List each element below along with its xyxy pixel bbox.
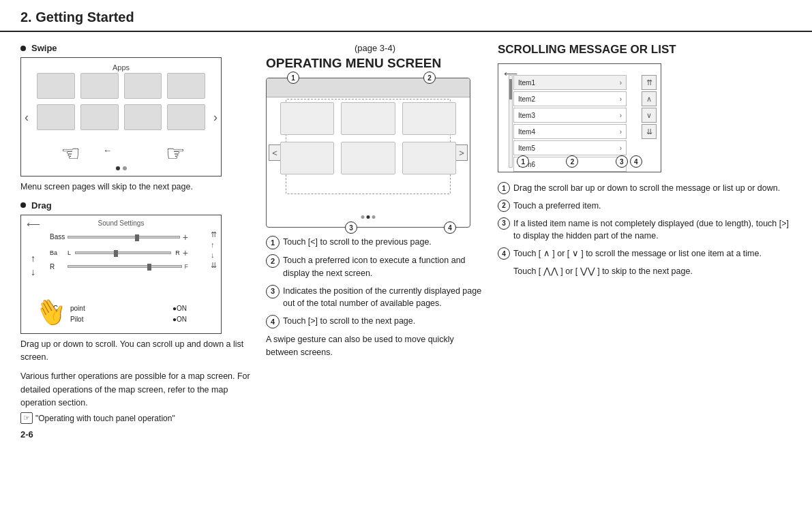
chevron-right-5: › [620, 144, 622, 152]
drag-caption: Drag up or down to scroll. You can scrol… [20, 338, 252, 364]
chevron-right-3: › [620, 112, 622, 119]
right-step-num-3: 3 [498, 217, 510, 230]
step-text-3: Indicates the position of the currently … [283, 285, 484, 311]
list-item-1[interactable]: Item1 › [513, 75, 627, 90]
swipe-direction-arrow: ← [103, 145, 112, 155]
list-item-5[interactable]: Item5 › [513, 140, 627, 155]
op-left-button[interactable]: < [269, 144, 281, 161]
swipe-icon-4 [167, 73, 205, 99]
right-step-2: 2 Touch a preferred item. [498, 200, 792, 213]
callout-4: 4 [444, 221, 456, 234]
right-arrow-icon: › [213, 110, 217, 124]
callout-3: 3 [345, 221, 357, 234]
swipe-caption: Menu screen pages will skip to the next … [20, 181, 252, 194]
right-step-text-4: Touch [ ∧ ] or [ ∨ ] to scroll the messa… [513, 247, 792, 260]
step-text-1: Touch [<] to scroll to the previous page… [283, 236, 432, 249]
chevron-right-2: › [620, 95, 622, 103]
right-step-num-1: 1 [498, 182, 510, 194]
scroll-right-buttons: ⇈ ∧ ∨ ⇊ [642, 75, 657, 139]
right-step-num-2: 2 [498, 200, 510, 212]
left-arrow-icon: ‹ [25, 110, 29, 124]
swipe-icon-5 [37, 104, 75, 130]
dot-indicator [116, 166, 127, 170]
op-right-button[interactable]: > [455, 144, 468, 161]
op-icon-4 [280, 142, 334, 174]
right-step-3: 3 If a listed item name is not completel… [498, 217, 792, 243]
scroll-diagram: ⟵ Item1 › Item2 › Item3 › [498, 63, 661, 172]
dot-2 [123, 166, 127, 170]
op-icon-2 [341, 102, 395, 135]
back-icon: ⟵ [27, 219, 40, 230]
chevron-right-1: › [620, 79, 622, 87]
left-column: Swipe Apps ‹ › ☞ ☞ [20, 43, 252, 509]
swipe-icon-7 [124, 104, 162, 130]
op-dot-1 [361, 215, 365, 219]
scroll-top-btn[interactable]: ⇈ [642, 75, 657, 90]
chevron-right-4: › [620, 128, 622, 136]
right-column: SCROLLING MESSAGE OR LIST ⟵ Item1 › Item… [498, 43, 792, 509]
page-title: 2. Getting Started [20, 10, 134, 25]
drag-down-arrow-icon: ↓ [31, 266, 35, 277]
op-dot-2 [367, 215, 370, 219]
op-icon-grid [280, 102, 456, 174]
ref-line: ☞ "Operating with touch panel operation" [20, 412, 252, 424]
right-steps: 1 Drag the scroll bar up or down to scro… [498, 182, 792, 278]
right-step-4b: Touch [ ⋀⋀ ] or [ ⋁⋁ ] to skip to the ne… [513, 265, 792, 278]
step-num-1: 1 [266, 236, 280, 249]
list-item-2[interactable]: Item2 › [513, 91, 627, 106]
apps-label: Apps [112, 63, 130, 72]
mid-steps: 1 Touch [<] to scroll to the previous pa… [266, 236, 484, 328]
op-icon-3 [402, 102, 456, 135]
middle-column: (page 3-4) OPERATING MENU SCREEN < > [266, 43, 484, 509]
swipe-icon-3 [124, 73, 162, 99]
right-step-text-1: Drag the scroll bar up or down to scroll… [513, 182, 792, 195]
right-step-4: 4 Touch [ ∧ ] or [ ∨ ] to scroll the mes… [498, 247, 792, 260]
scroll-bar-thumb[interactable] [509, 79, 512, 99]
scroll-callout-34: 3 4 [616, 155, 642, 168]
drag-label: Drag [20, 200, 252, 211]
swipe-icon-6 [80, 104, 119, 130]
swipe-diagram: Apps ‹ › ☞ ☞ ← [20, 57, 222, 176]
step-3: 3 Indicates the position of the currentl… [266, 285, 484, 311]
right-step-text-3: If a listed item name is not completely … [513, 217, 792, 243]
drag-scroll-arrows: ⇈ ↑ ↓ ⇊ [211, 230, 217, 271]
scroll-bottom-btn[interactable]: ⇊ [642, 124, 657, 139]
bottom-note: Various further operations are possible … [20, 370, 252, 410]
step-num-3: 3 [266, 285, 280, 298]
page-number: 2-6 [20, 429, 252, 440]
step-1: 1 Touch [<] to scroll to the previous pa… [266, 236, 484, 249]
drag-section: Drag ⟵ Sound Settings Bass + Ba [20, 200, 252, 364]
op-icon-6 [402, 142, 456, 174]
bullet-dot [20, 46, 26, 51]
step-4: 4 Touch [>] to scroll to the next page. [266, 315, 484, 328]
drag-up-arrow-icon: ↑ [31, 253, 35, 264]
left-hand-icon: ☞ [61, 140, 80, 166]
step-2: 2 Touch a preferred icon to execute a fu… [266, 254, 484, 280]
list-item-4[interactable]: Item4 › [513, 124, 627, 139]
list-item-3[interactable]: Item3 › [513, 108, 627, 123]
step-num-2: 2 [266, 254, 280, 268]
swipe-icon-8 [167, 104, 205, 130]
scroll-section-title: SCROLLING MESSAGE OR LIST [498, 43, 792, 57]
scroll-down-btn[interactable]: ∨ [642, 108, 657, 123]
scroll-callout-4: 4 [630, 155, 642, 168]
operating-menu-title: OPERATING MENU SCREEN [266, 56, 484, 71]
swipe-section: Swipe Apps ‹ › ☞ ☞ [20, 43, 252, 194]
swipe-note: A swipe gesture can also be used to move… [266, 333, 484, 359]
scroll-callout-2: 2 [566, 155, 578, 168]
scroll-callout-1: 1 [517, 155, 529, 168]
page-ref: (page 3-4) [266, 43, 484, 53]
callout-1: 1 [287, 72, 299, 84]
swipe-label: Swipe [20, 43, 252, 53]
op-icon-1 [280, 102, 334, 135]
callout-2: 2 [423, 72, 436, 84]
step-num-4: 4 [266, 315, 280, 328]
step-text-2: Touch a preferred icon to execute a func… [283, 254, 484, 280]
main-content: Swipe Apps ‹ › ☞ ☞ [0, 32, 812, 516]
scroll-up-btn[interactable]: ∧ [642, 91, 657, 106]
scroll-bottom-labels: 1 2 3 4 [498, 155, 661, 168]
scroll-bar[interactable] [509, 75, 513, 168]
dot-1 [116, 166, 120, 170]
page-header: 2. Getting Started [0, 0, 812, 32]
op-page-indicator [361, 215, 376, 219]
